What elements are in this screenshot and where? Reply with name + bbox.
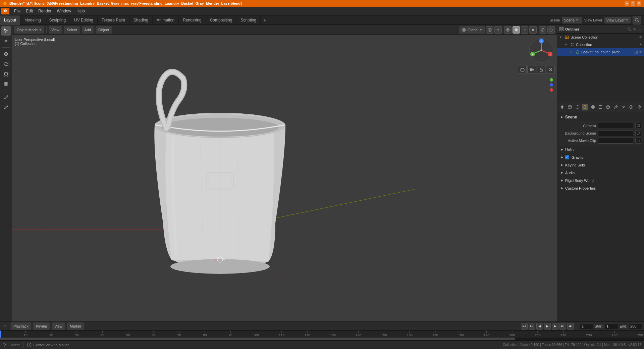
tool-measure[interactable]	[1, 103, 11, 112]
tab-uv-editing[interactable]: UV Editing	[70, 15, 98, 25]
tab-shading[interactable]: Shading	[129, 15, 153, 25]
timeline-scrollbar[interactable]	[0, 338, 644, 340]
outliner-filter-icon[interactable]	[633, 27, 637, 31]
tab-compositing[interactable]: Compositing	[206, 15, 237, 25]
prev-keyframe-btn[interactable]: ⏭	[529, 323, 535, 330]
timeline-type-icon[interactable]: ⏱	[2, 323, 9, 330]
tool-rotate[interactable]	[1, 59, 11, 69]
viewport-add-menu[interactable]: Add	[82, 26, 94, 34]
tab-rendering[interactable]: Rendering	[179, 15, 206, 25]
search-button[interactable]	[633, 16, 641, 24]
playback-menu[interactable]: Playback	[11, 322, 31, 330]
material-shading-btn[interactable]	[521, 26, 528, 34]
tab-modeling[interactable]: Modeling	[20, 15, 45, 25]
world-props-tab[interactable]	[590, 104, 596, 110]
overlay-btn[interactable]	[539, 26, 546, 34]
timeline-view-menu[interactable]: View	[52, 322, 65, 330]
keying-menu[interactable]: Keying	[33, 322, 50, 330]
camera-pick-btn[interactable]	[635, 123, 641, 129]
axis-indicator[interactable]	[548, 77, 555, 97]
outliner-basket-mesh[interactable]: ▶ Basket_no_cover_pivot 👁	[557, 48, 644, 56]
proportional-editing-btn[interactable]	[486, 26, 493, 34]
scene-selector[interactable]: Scene ▼	[562, 17, 582, 23]
movie-clip-field[interactable]	[598, 138, 633, 144]
properties-pin-btn[interactable]	[637, 104, 642, 110]
jump-start-btn[interactable]: ⏮	[521, 323, 528, 330]
viewport-select-menu[interactable]: Select	[64, 26, 80, 34]
physics-props-tab[interactable]	[628, 104, 634, 110]
viewport-3d[interactable]: User Perspective (Local) (1) Collection …	[12, 35, 557, 321]
view-layer-selector[interactable]: View Layer ▼	[604, 17, 631, 23]
units-section-header[interactable]: Units	[558, 146, 643, 153]
minimize-button[interactable]: ─	[625, 1, 629, 6]
scene-section-header[interactable]: Scene	[558, 113, 643, 121]
camera-view-btn[interactable]	[518, 65, 527, 74]
output-props-tab[interactable]	[567, 104, 573, 110]
tool-cursor[interactable]	[1, 36, 11, 46]
maximize-button[interactable]: □	[631, 1, 635, 6]
outliner-search-icon[interactable]	[627, 27, 631, 31]
title-bar-controls[interactable]: ─ □ ✕	[625, 1, 641, 6]
scene-props-tab[interactable]	[582, 104, 588, 110]
particles-props-tab[interactable]	[620, 104, 627, 110]
movie-clip-pick-btn[interactable]	[635, 138, 641, 144]
tool-annotate[interactable]	[1, 93, 11, 102]
add-workspace-button[interactable]: +	[261, 16, 269, 24]
rigid-body-world-header[interactable]: Rigid Body World	[558, 177, 643, 184]
toggle-camera-btn[interactable]	[527, 65, 536, 74]
viewlayer-props-tab[interactable]	[575, 104, 581, 110]
custom-properties-header[interactable]: Custom Properties	[558, 185, 643, 192]
solid-shading-btn[interactable]	[513, 26, 520, 34]
tab-texture-paint[interactable]: Texture Paint	[98, 15, 129, 25]
outliner-scene-collection[interactable]: ▼ Scene Collection 👁	[557, 34, 644, 41]
tool-scale[interactable]	[1, 69, 11, 79]
menu-edit[interactable]: Edit	[23, 7, 36, 15]
bg-scene-pick-btn[interactable]	[635, 130, 641, 136]
audio-section-header[interactable]: Audio	[558, 169, 643, 177]
tool-transform[interactable]	[1, 80, 11, 89]
toggle-lock-btn[interactable]	[537, 65, 545, 74]
tool-move[interactable]	[1, 49, 11, 59]
prev-frame-btn[interactable]: ◀	[536, 323, 543, 330]
viewport-area[interactable]: Object Mode ▼ View Select Add Object Glo…	[12, 25, 557, 321]
menu-render[interactable]: Render	[36, 7, 54, 15]
menu-window[interactable]: Window	[54, 7, 74, 15]
menu-help[interactable]: Help	[74, 7, 88, 15]
bg-scene-field[interactable]	[598, 130, 633, 136]
marker-menu[interactable]: Marker	[67, 322, 84, 330]
gravity-checkbox[interactable]: ✓	[565, 155, 569, 159]
play-btn[interactable]: ▶	[544, 323, 551, 330]
global-transform-selector[interactable]: Global ▼	[459, 26, 485, 34]
tab-layout[interactable]: Layout	[0, 15, 20, 25]
outliner-collection[interactable]: ▼ Collection 👁	[557, 41, 644, 48]
tab-sculpting[interactable]: Sculpting	[45, 15, 70, 25]
keying-sets-section-header[interactable]: Keying Sets	[558, 161, 643, 169]
viewport-gizmo[interactable]: Z X Y	[528, 37, 555, 64]
camera-field[interactable]	[598, 123, 633, 129]
close-button[interactable]: ✕	[637, 1, 641, 6]
zoom-to-fit-btn[interactable]	[546, 65, 555, 74]
object-mode-selector[interactable]: Object Mode ▼	[14, 26, 44, 34]
tool-select[interactable]	[1, 26, 11, 36]
menu-file[interactable]: File	[11, 7, 23, 15]
constraints-props-tab[interactable]	[605, 104, 611, 110]
next-frame-btn[interactable]: ▶	[552, 323, 558, 330]
timeline-track[interactable]: 10 20 30 40 50 60 70 80 90 100	[0, 331, 644, 340]
tab-scripting[interactable]: Scripting	[236, 15, 261, 25]
tab-animation[interactable]: Animation	[153, 15, 179, 25]
wireframe-shading-btn[interactable]	[504, 26, 512, 34]
viewport-view-menu[interactable]: View	[49, 26, 62, 34]
end-frame-field[interactable]: 250	[629, 323, 642, 329]
next-keyframe-btn[interactable]: ⏭	[559, 323, 566, 330]
timeline-scrollbar-thumb[interactable]	[0, 338, 515, 340]
start-frame-field[interactable]: 1	[605, 323, 618, 329]
modifier-props-tab[interactable]	[613, 104, 619, 110]
viewport-object-menu[interactable]: Object	[96, 26, 112, 34]
current-frame-field[interactable]: 1	[580, 323, 593, 329]
jump-end-btn[interactable]: ⏭	[567, 323, 574, 330]
snap-btn[interactable]	[494, 26, 502, 34]
render-props-tab[interactable]	[559, 104, 566, 110]
outliner-more-icon[interactable]	[638, 27, 642, 31]
rendered-shading-btn[interactable]	[529, 26, 537, 34]
object-props-tab[interactable]	[597, 104, 604, 110]
